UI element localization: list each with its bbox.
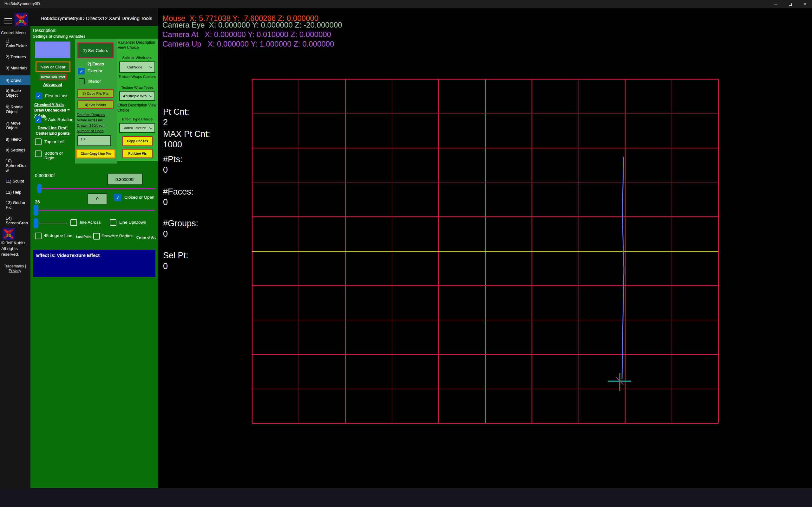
check-icon: ✓ — [115, 194, 121, 201]
camera-at-readout: Camera At X: 0.000000 Y: 0.010000 Z: 0.0… — [162, 30, 331, 39]
sidebar-item-grid-or-pic[interactable]: 13) Grid or Pic — [6, 200, 27, 210]
sidebar-item-help[interactable]: 12) Help — [6, 190, 29, 194]
float-slider-thumb[interactable] — [38, 184, 42, 193]
sel-pt-label: Sel Pt: — [163, 250, 189, 261]
texture-wrap-value: Anistropic Wra — [120, 94, 150, 98]
interior-checkbox[interactable]: ✓ — [79, 78, 85, 84]
line-across-checkbox[interactable]: ✓ — [70, 219, 77, 226]
cull-mode-dropdown[interactable]: CullNone — [119, 61, 155, 73]
sidebar-item-materials[interactable]: 3) Materials — [6, 66, 29, 70]
color-swatch[interactable] — [35, 42, 70, 58]
rasterizer-effect-subpanel: Rasterizer Description View Choice Solid… — [117, 39, 158, 161]
control-menu-label: Control Menu — [1, 31, 26, 35]
groups-value: 0 — [163, 229, 168, 239]
sidebar-item-scale-object[interactable]: 5) Scale Object — [6, 88, 29, 98]
line-up-down-checkbox[interactable]: ✓ — [110, 219, 116, 226]
sidebar-item-draw-label: 4) Draw! — [6, 78, 29, 83]
sidebar-item-draw-selected[interactable]: 4) Draw! — [0, 75, 31, 85]
faces-points-subpanel: 1) Set Colors 2) Faces ✓ Exterior ✓ Inte… — [75, 39, 117, 164]
sidebar: Control Menu 1) ColorPicker 2) Textures … — [0, 26, 31, 488]
deg45-line-label: 45 degree Line — [44, 233, 72, 238]
max-pt-cnt-label: MAX Pt Cnt: — [163, 129, 210, 139]
y-axis-rotation-checkbox[interactable]: ✓ — [35, 116, 42, 123]
line-slider-thumb[interactable] — [34, 218, 38, 228]
svg-text:Hot: Hot — [18, 15, 24, 19]
cursor-lock-reset-button[interactable]: Cursor Lock Reset — [39, 73, 67, 80]
sidebar-item-settings[interactable]: 9) Settings — [6, 148, 29, 153]
effect-type-value: Video Texture — [120, 126, 150, 130]
texture-wrap-dropdown[interactable]: Anistropic Wra — [119, 91, 155, 101]
exterior-checkbox[interactable]: ✓ — [78, 68, 85, 74]
close-icon: ✕ — [803, 2, 806, 6]
privacy-link[interactable]: Privacy — [9, 269, 21, 273]
deg45-line-checkbox[interactable]: ✓ — [35, 233, 42, 239]
sidebar-logo-icon: Hot3D — [3, 228, 14, 240]
hamburger-menu-button[interactable] — [4, 18, 12, 23]
sidebar-item-move-object[interactable]: 7) Move Object — [6, 121, 29, 130]
drawarc-radius-checkbox[interactable]: ✓ — [93, 233, 100, 239]
texture-wraps-title: Texture Wraps Choices — [117, 75, 158, 78]
solid-or-wireframe-label: Solid or Wireframe — [117, 56, 158, 60]
sidebar-item-sculpt[interactable]: 11) Sculpt — [6, 179, 29, 183]
description-text: Settings of drawing variables — [33, 34, 85, 39]
rows-slider-thumb[interactable] — [34, 205, 38, 216]
top-or-left-checkbox[interactable]: ✓ — [35, 138, 42, 145]
closed-or-open-checkbox[interactable]: ✓ — [114, 194, 121, 201]
advanced-link[interactable]: Advanced — [35, 82, 70, 87]
texture-wrap-types-label: Texture Wrap Types — [117, 86, 158, 89]
bottom-or-right-label: Bottom or Right — [44, 151, 70, 160]
set-points-button[interactable]: 4) Set Points — [78, 101, 113, 109]
line-up-down-label: Line Up/Down — [119, 220, 146, 225]
pts-value: 0 — [163, 165, 168, 175]
new-or-clear-button[interactable]: New or Clear — [36, 61, 70, 72]
count-input[interactable]: 0 — [88, 193, 107, 205]
sidebar-item-colorpicker[interactable]: 1) ColorPicker — [6, 39, 29, 48]
app-window: Hot3dxSymmetry3D ✕ Hot3D Hot3dxSymmetry3… — [0, 0, 812, 507]
chevron-down-icon — [149, 94, 153, 97]
copy-flip-pts-button[interactable]: 3) Copy Flip Pts — [78, 89, 113, 98]
legal-links: Trademarks | Privacy — [1, 264, 29, 274]
interior-label: Interior — [88, 79, 101, 83]
draw-line-first-link[interactable]: Draw Line First!Center End points — [35, 125, 70, 136]
clear-copy-line-pts-button[interactable]: Clear Copy Line Pts — [76, 149, 115, 158]
effect-type-dropdown[interactable]: Video Texture — [119, 123, 155, 133]
minimize-icon — [774, 4, 777, 4]
last-point-note: Last Point — [76, 235, 91, 239]
effect-description-title: Effect Description View Choice — [117, 103, 157, 113]
bottom-or-right-checkbox[interactable]: ✓ — [35, 151, 42, 157]
drawing-settings-panel: Description: Settings of drawing variabl… — [31, 26, 158, 488]
sidebar-item-screengrab[interactable]: 14) ScreenGrab — [6, 216, 29, 225]
maximize-button[interactable] — [783, 0, 798, 8]
app-header: Hot3D Hot3dxSymmetry3D DirectX12 Xaml Dr… — [0, 8, 158, 26]
svg-text:3D: 3D — [19, 19, 24, 24]
copyright-text: © Jeff Kubitz. All rights reserved. — [1, 240, 29, 257]
rasterizer-title: Rasterizer Description View Choice — [118, 40, 157, 50]
degrees-input[interactable]: 10 — [78, 135, 111, 146]
rows-value-label: 36 — [35, 199, 40, 205]
set-colors-button[interactable]: 1) Set Colors — [78, 43, 113, 58]
minimize-button[interactable] — [768, 0, 783, 8]
put-line-pts-button[interactable]: Put Line Pts — [122, 149, 153, 158]
chevron-down-icon — [149, 126, 153, 129]
sidebar-item-fileio[interactable]: 8) FileIO — [6, 137, 29, 142]
effect-banner: Effect is: VideoTexture Effect — [33, 250, 155, 277]
copy-line-pts-button[interactable]: Copy Line Pts — [122, 136, 153, 146]
drawing-grid-viewport[interactable] — [252, 79, 718, 424]
faces-link[interactable]: 2) Faces — [75, 61, 117, 66]
trademarks-link[interactable]: Trademarks — [4, 264, 24, 268]
float-value-input[interactable]: 0.300000f — [107, 174, 143, 185]
float-slider-track[interactable] — [37, 188, 155, 189]
window-title: Hot3dxSymmetry3D — [4, 2, 40, 6]
max-pt-cnt-value: 1000 — [163, 140, 182, 150]
close-button[interactable]: ✕ — [798, 0, 812, 8]
first-to-last-checkbox[interactable]: ✓ — [36, 93, 42, 99]
drawarc-radius-label: DrawArc Radius — [101, 233, 133, 238]
line-slider-track[interactable] — [39, 223, 67, 223]
rows-slider-track[interactable] — [35, 210, 155, 211]
sidebar-item-spheredraw[interactable]: 10) SphereDraw — [6, 158, 27, 173]
chevron-down-icon — [149, 65, 153, 68]
rotation-degrees-note: Rotation Degrees before next Line Drawn.… — [77, 112, 115, 134]
sidebar-item-rotate-object[interactable]: 6) Rotate Object — [6, 105, 29, 114]
top-or-left-label: Top or Left — [44, 139, 65, 144]
sidebar-item-textures[interactable]: 2) Textures — [6, 55, 29, 59]
